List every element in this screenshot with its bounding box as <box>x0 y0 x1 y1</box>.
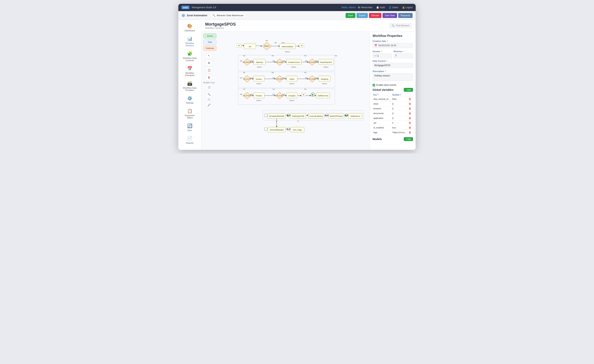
svg-text:WrapItUp: WrapItUp <box>321 78 328 80</box>
svg-text:SelfServArea: SelfServArea <box>318 95 328 97</box>
workflow-diagram: Init ✉ Return left right top Welco <box>201 32 370 150</box>
svg-point-141 <box>297 121 299 122</box>
parameter-tables-icon: 📋 <box>187 109 192 113</box>
gear-icon: ⚙️ <box>182 13 185 17</box>
svg-text:bottom: bottom <box>322 83 327 85</box>
sidebar-item-parameter-tables[interactable]: 📋 Parameter Tables <box>180 107 199 121</box>
svg-text:SFUpdateIfNeeded: SFUpdateIfNeeded <box>269 115 284 117</box>
revision-input[interactable]: 7 <box>394 53 413 58</box>
svg-text:bottom: bottom <box>324 66 328 68</box>
svg-text:Debts: Debts <box>290 78 294 80</box>
palette-event[interactable]: Event <box>203 33 216 39</box>
svg-text:right: right <box>315 60 318 62</box>
svg-text:bottom: bottom <box>256 83 261 85</box>
sidebar-item-workflow-schedules[interactable]: 📅 Workflow Schedules <box>180 64 199 78</box>
start-new-button[interactable]: Start New <box>383 13 397 18</box>
palette-task[interactable]: Task <box>203 39 216 45</box>
brand-label: zoral <box>182 6 189 9</box>
sidebar-item-workflow-data-contexts[interactable]: 🧩 Workflow Data Contexts <box>180 49 199 64</box>
sidebar-item-reports[interactable]: 📄 Reports <box>180 134 199 146</box>
delete-var-button[interactable]: 🗑 <box>409 98 411 100</box>
workflow-versions-icon: 📊 <box>187 36 192 41</box>
palette-gateway[interactable]: Gateway <box>203 46 216 51</box>
delete-var-button[interactable]: 🗑 <box>409 117 411 120</box>
data-providers-icon: 🗃️ <box>187 81 192 86</box>
var-key: steps <box>373 101 391 106</box>
add-model-button[interactable]: + Add <box>404 137 413 141</box>
svg-text:left: left <box>305 77 308 79</box>
sidebar-item-sync[interactable]: 🔄 Sync <box>180 122 199 133</box>
svg-text:CW_Debt: CW_Debt <box>277 78 283 80</box>
diagram-area[interactable]: Event Task Gateway ↖ ⊞ 📋 <box>201 32 370 150</box>
svg-text:WarmUp: WarmUp <box>256 61 263 63</box>
delete-var-button[interactable]: 🗑 <box>409 102 411 105</box>
var-value: *https://s3-eu-west... <box>391 130 408 135</box>
svg-text:⚙: ⚙ <box>326 115 327 117</box>
delete-var-button[interactable]: 🗑 <box>409 107 411 110</box>
creation-date-help: ? <box>387 40 388 42</box>
var-key: answers <box>373 106 391 111</box>
requests-button[interactable]: Requests <box>398 13 412 18</box>
enable-back-events-checkbox[interactable] <box>373 84 375 86</box>
svg-text:✉: ✉ <box>303 94 304 96</box>
delete-var-button[interactable]: 🗑 <box>409 131 411 134</box>
sidebar-item-dashboard[interactable]: 🎨 Dashboard <box>180 22 199 34</box>
breadcrumb-search[interactable]: 🔍 <box>210 13 245 18</box>
export-button[interactable]: Export <box>357 13 368 18</box>
sidebar-item-settings[interactable]: ⚙️ Settings <box>180 94 199 106</box>
var-key: logo <box>373 130 391 135</box>
dashboard-icon: 🎨 <box>187 24 192 29</box>
discard-button[interactable]: Discard <box>369 13 381 18</box>
copy-tool[interactable]: 📋 <box>206 67 212 73</box>
svg-text:WelcomeBack: WelcomeBack <box>282 46 293 48</box>
sidebar-item-workflow-data-providers[interactable]: 🗃️ Workflow Data Providers <box>180 79 199 93</box>
delete-tool[interactable]: 🗑 <box>206 74 212 80</box>
creation-date-section: Creation date ? 📅 06/30/2020 19:40 <box>373 40 413 48</box>
zoom-in-tool[interactable]: 🔍 <box>206 91 212 98</box>
creation-date-label: Creation date ? <box>373 40 413 42</box>
workflow-subtitle: Workflow Versions <box>205 27 236 29</box>
svg-text:left: left <box>275 42 277 44</box>
delete-var-button[interactable]: 🗑 <box>409 112 411 115</box>
multiple-copy-tool[interactable]: ⬜ <box>206 84 212 90</box>
sidebar: 🎨 Dashboard 📊 Workflow Versions 🧩 Workfl… <box>178 20 201 150</box>
nav-logout[interactable]: 🔓 Logout <box>402 6 412 9</box>
version-input[interactable]: 🏷 1 <box>373 53 392 58</box>
nav-users[interactable]: 👤 Users <box>389 6 398 9</box>
description-input[interactable] <box>373 73 413 81</box>
add-global-var-button[interactable]: + Add <box>404 88 413 92</box>
workflow-header: MortgageSPOS Workflow Versions 🔍 Find El… <box>201 20 416 32</box>
svg-text:Congrats: Congrats <box>288 95 296 97</box>
svg-point-106 <box>264 114 268 117</box>
element-palette: Event Task Gateway <box>203 33 216 51</box>
sync-icon: 🔄 <box>187 124 192 128</box>
svg-text:bottom: bottom <box>256 100 261 101</box>
zoom-out-tool[interactable]: 🔎 <box>206 102 212 108</box>
svg-text:right: right <box>315 77 318 79</box>
save-button[interactable]: Save <box>346 13 355 18</box>
delete-var-button[interactable]: 🗑 <box>409 126 411 129</box>
nav-audit[interactable]: 📋 Audit <box>376 6 385 9</box>
fit-cols-tool[interactable]: ⊞ <box>206 60 212 66</box>
fit-label: Fit <box>208 99 210 101</box>
var-value: 0 <box>391 121 408 125</box>
find-element[interactable]: 🔍 Find Element <box>389 23 412 28</box>
select-tool[interactable]: ↖ <box>206 52 212 59</box>
find-icon: 🔍 <box>392 24 395 27</box>
search-input[interactable] <box>217 14 243 17</box>
delete-var-button[interactable]: 🗑 <box>409 121 411 124</box>
svg-text:left: left <box>305 60 308 62</box>
data-context-value: MortgageSPOS <box>373 63 413 68</box>
var-key: uid <box>373 121 391 125</box>
diagram-props: Event Task Gateway ↖ ⊞ 📋 <box>201 32 416 150</box>
var-value: {} <box>391 116 408 121</box>
description-label: Description ? <box>373 70 413 72</box>
svg-text:bottom: bottom <box>257 66 262 68</box>
sidebar-item-workflow-versions[interactable]: 📊 Workflow Versions <box>180 34 199 49</box>
var-value: {} <box>391 106 408 111</box>
svg-text:top: top <box>266 40 268 41</box>
data-context-label: Data Context ? <box>373 60 413 62</box>
table-row: documents {} 🗑 <box>373 111 413 116</box>
global-vars-header: Global Variables + Add <box>373 88 413 92</box>
nav-hierarchies[interactable]: 🏛 Hierarchies <box>358 6 372 9</box>
